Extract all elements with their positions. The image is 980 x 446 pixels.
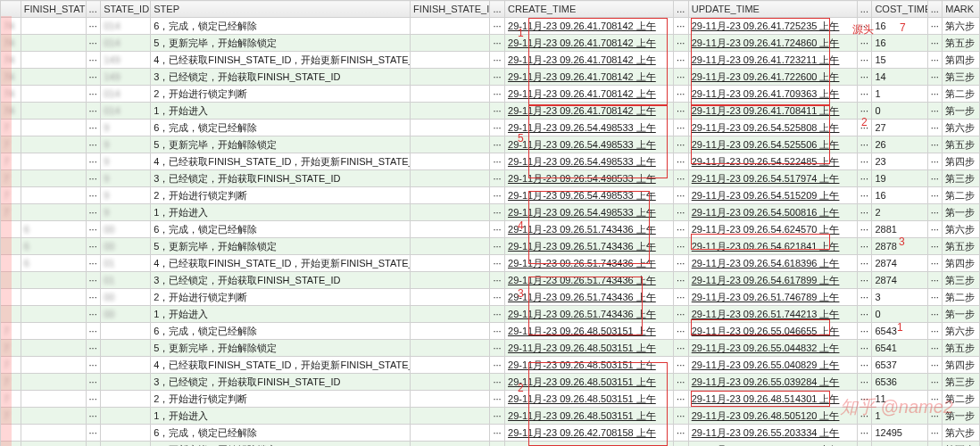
ellipsis-cell[interactable]: ···: [857, 187, 872, 204]
ellipsis-cell[interactable]: ···: [490, 86, 505, 103]
ellipsis-cell[interactable]: ···: [674, 204, 689, 221]
ellipsis-cell[interactable]: ···: [857, 272, 872, 289]
data-grid[interactable]: FINISH_STATE_ID ... STATE_ID STEP FINISH…: [0, 0, 980, 446]
state-id-cell[interactable]: 014: [101, 35, 151, 52]
ellipsis-cell[interactable]: ···: [857, 86, 872, 103]
create-time-cell[interactable]: 29-11月-23 09.26.48.503151 上午: [505, 340, 674, 357]
update-time-cell[interactable]: 29-11月-23 09.26.55.039284 上午: [688, 374, 857, 391]
finish-state-id-cell[interactable]: [21, 289, 86, 306]
mark-cell[interactable]: 第一步: [943, 306, 980, 323]
ellipsis-cell[interactable]: ···: [674, 170, 689, 187]
ellipsis-cell[interactable]: ···: [490, 35, 505, 52]
state-id-cell[interactable]: [101, 323, 151, 340]
state-id-cell[interactable]: [101, 408, 151, 425]
ellipsis-cell[interactable]: ···: [86, 323, 101, 340]
finish-state-id2-cell[interactable]: [411, 442, 490, 447]
col-ellipsis[interactable]: ...: [927, 1, 943, 18]
cost-time-cell[interactable]: 1: [872, 408, 927, 425]
ellipsis-cell[interactable]: ···: [86, 52, 101, 69]
create-time-cell[interactable]: 29-11月-23 09.26.51.743436 上午: [505, 272, 674, 289]
table-row[interactable]: 7···94，已经获取FINISH_STATE_ID，开始更新FINISH_ST…: [1, 153, 980, 170]
table-row[interactable]: ···5，更新完毕，开始解除锁定···29-11月-23 09.26.42.70…: [1, 442, 980, 447]
finish-state-id2-cell[interactable]: [411, 69, 490, 86]
state-id-cell[interactable]: 00: [101, 289, 151, 306]
table-row[interactable]: 7···3，已经锁定，开始获取FINISH_STATE_ID···29-11月-…: [1, 374, 980, 391]
state-id-cell[interactable]: 9: [101, 204, 151, 221]
create-time-cell[interactable]: 29-11月-23 09.26.48.503151 上午: [505, 374, 674, 391]
finish-state-id-cell[interactable]: [21, 187, 86, 204]
finish-state-id2-cell[interactable]: [411, 120, 490, 136]
col-state-id[interactable]: STATE_ID: [101, 1, 151, 18]
table-row[interactable]: 6···005，更新完毕，开始解除锁定···29-11月-23 09.26.51…: [1, 238, 980, 255]
create-time-cell[interactable]: 29-11月-23 09.26.54.498533 上午: [505, 153, 674, 170]
mark-cell[interactable]: 第三步: [943, 272, 980, 289]
table-row[interactable]: 7···2，开始进行锁定判断···29-11月-23 09.26.48.5031…: [1, 391, 980, 408]
state-id-cell[interactable]: 00: [101, 306, 151, 323]
finish-state-id2-cell[interactable]: [411, 408, 490, 425]
state-id-cell[interactable]: 014: [101, 103, 151, 120]
update-time-cell[interactable]: 29-11月-23 09.26.41.708411 上午: [688, 103, 857, 120]
create-time-cell[interactable]: 29-11月-23 09.26.41.708142 上午: [505, 86, 674, 103]
update-time-cell[interactable]: 29-11月-23 09.26.55.040829 上午: [688, 357, 857, 374]
cost-time-cell[interactable]: 16: [872, 18, 927, 35]
ellipsis-cell[interactable]: ···: [490, 52, 505, 69]
update-time-cell[interactable]: 29-11月-23 09.26.54.525808 上午: [688, 120, 857, 136]
ellipsis-cell[interactable]: ···: [490, 272, 505, 289]
col-ellipsis[interactable]: ...: [857, 1, 872, 18]
ellipsis-cell[interactable]: ···: [674, 153, 689, 170]
update-time-cell[interactable]: 29-11月-23 09.26.51.744213 上午: [688, 306, 857, 323]
ellipsis-cell[interactable]: ···: [86, 289, 101, 306]
finish-state-id-cell[interactable]: [21, 323, 86, 340]
finish-state-id2-cell[interactable]: [411, 272, 490, 289]
col-ellipsis[interactable]: ...: [86, 1, 101, 18]
state-id-cell[interactable]: 149: [101, 69, 151, 86]
ellipsis-cell[interactable]: ···: [86, 442, 101, 447]
ellipsis-cell[interactable]: ···: [857, 69, 872, 86]
ellipsis-cell[interactable]: ···: [674, 442, 689, 447]
ellipsis-cell[interactable]: ···: [927, 374, 943, 391]
ellipsis-cell[interactable]: ···: [857, 340, 872, 357]
finish-state-id-cell[interactable]: [21, 391, 86, 408]
step-cell[interactable]: 1，开始进入: [151, 408, 411, 425]
table-row[interactable]: 74···1493，已经锁定，开始获取FINISH_STATE_ID···29-…: [1, 69, 980, 86]
table-row[interactable]: 74···0145，更新完毕，开始解除锁定···29-11月-23 09.26.…: [1, 35, 980, 52]
ellipsis-cell[interactable]: ···: [927, 255, 943, 272]
table-row[interactable]: 7···4，已经获取FINISH_STATE_ID，开始更新FINISH_STA…: [1, 357, 980, 374]
finish-state-id-cell[interactable]: 6: [21, 221, 86, 238]
ellipsis-cell[interactable]: ···: [86, 255, 101, 272]
finish-state-id2-cell[interactable]: [411, 357, 490, 374]
finish-state-id2-cell[interactable]: [411, 306, 490, 323]
step-cell[interactable]: 1，开始进入: [151, 306, 411, 323]
ellipsis-cell[interactable]: ···: [86, 170, 101, 187]
create-time-cell[interactable]: 29-11月-23 09.26.41.708142 上午: [505, 18, 674, 35]
finish-state-id2-cell[interactable]: [411, 323, 490, 340]
ellipsis-cell[interactable]: ···: [927, 170, 943, 187]
step-cell[interactable]: 2，开始进行锁定判断: [151, 391, 411, 408]
mark-cell[interactable]: 第二步: [943, 86, 980, 103]
table-row[interactable]: ···6，完成，锁定已经解除···29-11月-23 09.26.42.7081…: [1, 425, 980, 442]
ellipsis-cell[interactable]: ···: [490, 323, 505, 340]
finish-state-id2-cell[interactable]: [411, 52, 490, 69]
finish-state-id-cell[interactable]: [21, 425, 86, 442]
step-cell[interactable]: 4，已经获取FINISH_STATE_ID，开始更新FINISH_STATE_I…: [151, 52, 411, 69]
smear-cell[interactable]: [1, 289, 21, 306]
smear-cell[interactable]: [1, 221, 21, 238]
finish-state-id-cell[interactable]: [21, 170, 86, 187]
ellipsis-cell[interactable]: ···: [674, 425, 689, 442]
cost-time-cell[interactable]: 6541: [872, 340, 927, 357]
ellipsis-cell[interactable]: ···: [490, 204, 505, 221]
ellipsis-cell[interactable]: ···: [86, 238, 101, 255]
table-row[interactable]: 7···96，完成，锁定已经解除···29-11月-23 09.26.54.49…: [1, 120, 980, 136]
ellipsis-cell[interactable]: ···: [86, 136, 101, 153]
ellipsis-cell[interactable]: ···: [927, 69, 943, 86]
ellipsis-cell[interactable]: ···: [490, 425, 505, 442]
finish-state-id2-cell[interactable]: [411, 18, 490, 35]
mark-cell[interactable]: 第一步: [943, 408, 980, 425]
mark-cell[interactable]: 第四步: [943, 153, 980, 170]
ellipsis-cell[interactable]: ···: [857, 204, 872, 221]
cost-time-cell[interactable]: 6537: [872, 357, 927, 374]
finish-state-id2-cell[interactable]: [411, 391, 490, 408]
mark-cell[interactable]: 第五步: [943, 238, 980, 255]
finish-state-id2-cell[interactable]: [411, 255, 490, 272]
ellipsis-cell[interactable]: ···: [927, 323, 943, 340]
